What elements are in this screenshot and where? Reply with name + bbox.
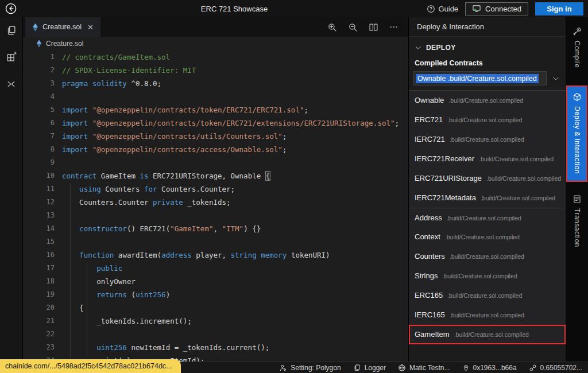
grid-add-icon[interactable] — [6, 52, 17, 63]
contract-option-ierc721receiver[interactable]: IERC721Receiver.build/Creature.sol.compi… — [409, 149, 566, 169]
code-line[interactable]: 6import "@openzeppelin/contracts/token/E… — [23, 116, 408, 130]
deploy-section-header[interactable]: DEPLOY — [409, 37, 566, 55]
line-number: 7 — [23, 130, 55, 143]
code-line[interactable]: 22 — [23, 328, 408, 341]
code-line[interactable]: 11 using Counters for Counters.Counter; — [23, 182, 408, 196]
code-line[interactable]: 20 { — [23, 301, 408, 314]
contract-option-ownable[interactable]: Ownable.build/Creature.sol.compiled — [409, 91, 566, 110]
code-line[interactable]: 17 public — [23, 262, 408, 275]
line-number: 10 — [23, 169, 55, 182]
code-line[interactable]: 3pragma solidity ^0.8.0; — [23, 77, 408, 90]
status-item[interactable]: Setting: Polygon — [279, 364, 341, 372]
code-line[interactable]: 8import "@openzeppelin/contracts/access/… — [23, 143, 408, 156]
contract-option-ierc721[interactable]: IERC721.build/Creature.sol.compiled — [409, 130, 566, 149]
line-number: 3 — [23, 77, 55, 90]
contract-option-erc721[interactable]: ERC721.build/Creature.sol.compiled — [409, 110, 566, 130]
contract-option-strings[interactable]: Strings.build/Creature.sol.compiled — [409, 266, 566, 286]
top-bar: ERC 721 Showcase Guide Connected Sign in — [0, 0, 588, 17]
line-number: 12 — [23, 196, 55, 209]
contract-name: GameItem — [415, 325, 450, 344]
tab-deploy-interaction[interactable]: Deploy & Interaction — [567, 87, 586, 181]
contract-path: .build/Creature.sol.compiled — [445, 227, 520, 247]
line-number: 20 — [23, 301, 55, 314]
guide-link[interactable]: Guide — [427, 5, 458, 13]
contract-name: IERC165 — [415, 305, 445, 325]
code-line[interactable]: 12 Counters.Counter private _tokenIds; — [23, 196, 408, 209]
code-line[interactable]: 15 — [23, 235, 408, 248]
code-line[interactable]: 5import "@openzeppelin/contracts/token/E… — [23, 103, 408, 116]
zoom-in-icon[interactable] — [327, 22, 337, 32]
status-item[interactable]: Matic Testn... — [398, 364, 450, 372]
code-line[interactable]: 23 uint256 newItemId = _tokenIds.current… — [23, 341, 408, 354]
code-line[interactable]: 4 — [23, 90, 408, 103]
line-number: 15 — [23, 235, 55, 248]
editor-toolbar: ⋯ — [327, 17, 408, 37]
line-number: 4 — [23, 90, 55, 103]
line-number: 17 — [23, 262, 55, 275]
files-icon[interactable] — [6, 25, 17, 36]
contract-name: IERC721Receiver — [415, 149, 474, 169]
status-items: Setting: PolygonLoggerMatic Testn...0x19… — [279, 364, 582, 372]
close-icon[interactable]: ✕ — [87, 23, 94, 32]
compiled-contracts-label: Compiled Contracts — [409, 55, 566, 71]
code-line[interactable]: 2// SPDX-License-Identifier: MIT — [23, 64, 408, 77]
collapse-icon[interactable] — [6, 79, 17, 90]
contract-option-ierc721metadata[interactable]: IERC721Metadata.build/Creature.sol.compi… — [409, 188, 566, 208]
status-item-label: Setting: Polygon — [291, 364, 341, 372]
status-item[interactable]: 0.65055702... — [529, 364, 582, 372]
sign-in-button[interactable]: Sign in — [535, 2, 583, 15]
left-sidebar — [0, 17, 23, 362]
status-item[interactable]: 0x1963...b66a — [462, 364, 517, 372]
code-line[interactable]: 19 returns (uint256) — [23, 288, 408, 301]
code-line[interactable]: 14 constructor() ERC721("GameItem", "ITM… — [23, 222, 408, 235]
contract-option-erc165[interactable]: ERC165.build/Creature.sol.compiled — [409, 286, 566, 305]
code-line[interactable]: 10contract GameItem is ERC721URIStorage,… — [23, 169, 408, 182]
code-line[interactable]: 18 onlyOwner — [23, 275, 408, 288]
code-line[interactable]: 16 function awardItem(address player, st… — [23, 248, 408, 262]
status-item[interactable]: Logger — [353, 364, 386, 372]
more-icon[interactable]: ⋯ — [389, 22, 399, 32]
selected-contract-value: Ownable .build/Creature.sol.compiled — [416, 74, 539, 83]
contract-option-context[interactable]: Context.build/Creature.sol.compiled — [409, 227, 566, 247]
deploy-icon — [572, 92, 582, 102]
contract-name: ERC165 — [415, 286, 443, 305]
code-line[interactable]: 7import "@openzeppelin/contracts/utils/C… — [23, 130, 408, 143]
user-gear-icon — [279, 364, 287, 372]
code-editor[interactable]: 1// contracts/GameItem.sol2// SPDX-Licen… — [23, 50, 408, 362]
contract-path: .build/Creature.sol.compiled — [454, 325, 529, 344]
contract-option-gameitem[interactable]: GameItem.build/Creature.sol.compiled — [409, 325, 566, 344]
split-editor-icon[interactable] — [369, 22, 378, 32]
contract-path: .build/Creature.sol.compiled — [442, 266, 517, 286]
contract-name: Strings — [415, 266, 438, 286]
solidity-file-icon — [32, 23, 38, 32]
tab-creature-sol[interactable]: Creature.sol ✕ — [25, 17, 100, 37]
contract-path: .build/Creature.sol.compiled — [481, 188, 555, 208]
contract-path: .build/Creature.sol.compiled — [448, 91, 523, 110]
line-number: 22 — [23, 328, 55, 341]
zoom-out-icon[interactable] — [348, 22, 358, 32]
contract-option-address[interactable]: Address.build/Creature.sol.compiled — [409, 208, 566, 227]
line-number: 5 — [23, 103, 55, 116]
line-number: 21 — [23, 314, 55, 328]
status-item-label: Matic Testn... — [409, 364, 450, 372]
connected-button[interactable]: Connected — [465, 2, 528, 15]
line-number: 6 — [23, 116, 55, 130]
code-line[interactable]: 21 _tokenIds.increment(); — [23, 314, 408, 328]
tab-compile[interactable]: Compile — [566, 22, 588, 73]
contract-path: .build/Creature.sol.compiled — [486, 169, 561, 188]
chevron-down-icon[interactable] — [552, 75, 560, 83]
line-number: 19 — [23, 288, 55, 301]
breadcrumb[interactable]: Creature.sol — [23, 37, 408, 50]
contract-option-erc721uristorage[interactable]: ERC721URIStorage.build/Creature.sol.comp… — [409, 169, 566, 188]
contract-option-ierc165[interactable]: IERC165.build/Creature.sol.compiled — [409, 305, 566, 325]
code-line[interactable]: 9 — [23, 156, 408, 169]
contract-name: ERC721 — [415, 110, 443, 130]
code-line[interactable]: 1// contracts/GameItem.sol — [23, 50, 408, 64]
tab-transaction[interactable]: Transaction — [566, 189, 588, 252]
code-line[interactable]: 13 — [23, 209, 408, 222]
back-button[interactable] — [5, 2, 17, 15]
main-area: Creature.sol ✕ — [0, 17, 588, 362]
compiled-contract-select[interactable]: Ownable .build/Creature.sol.compiled — [413, 71, 547, 86]
pin-icon — [462, 364, 470, 372]
contract-option-counters[interactable]: Counters.build/Creature.sol.compiled — [409, 247, 566, 266]
